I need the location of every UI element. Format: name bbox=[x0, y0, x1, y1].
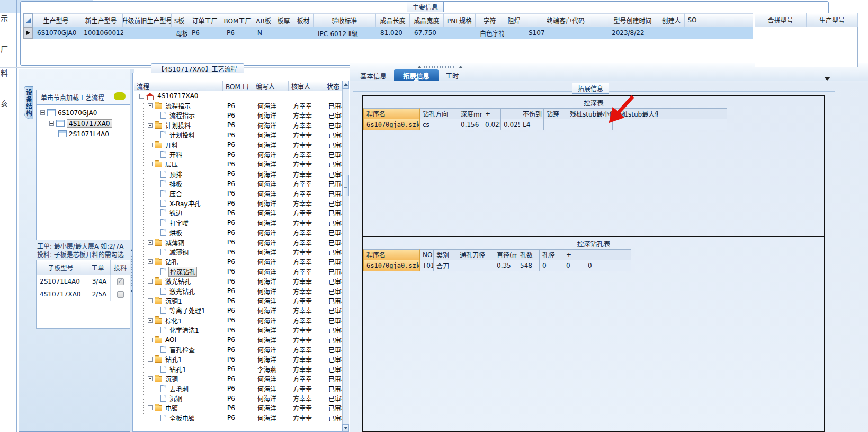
device-tree-node[interactable]: 4S10717XA0 bbox=[49, 118, 130, 128]
process-row[interactable]: 开料P6何海洋方幸幸已审核 bbox=[134, 149, 342, 159]
process-row[interactable]: 排板P6何海洋方幸幸已审核 bbox=[134, 179, 342, 189]
process-node-label[interactable]: 化学清洗1 bbox=[168, 325, 200, 334]
tab-process-flow[interactable]: 【4S10717XA0】工艺流程 bbox=[151, 63, 244, 73]
process-row[interactable]: 铣边P6何海洋方幸幸已审核 bbox=[134, 208, 342, 218]
process-node-label[interactable]: 沉铜1 bbox=[164, 296, 183, 305]
device-tree-node[interactable]: 2S1071L4A0 bbox=[58, 129, 130, 139]
process-node-label[interactable]: X-Ray冲孔 bbox=[168, 199, 201, 208]
process-node-label[interactable]: 层压 bbox=[164, 160, 179, 169]
process-node-label[interactable]: 流程指示 bbox=[168, 111, 196, 120]
process-row[interactable]: 电镀P6何海洋方幸幸已审核 bbox=[134, 403, 342, 413]
process-node-label[interactable]: 计划投料 bbox=[164, 121, 192, 130]
process-node-label[interactable]: 激光钻孔 bbox=[168, 287, 196, 296]
scrollbar-thumb[interactable] bbox=[342, 175, 349, 196]
tab-overflow-dropdown-icon[interactable] bbox=[824, 77, 830, 81]
process-row[interactable]: 烘板P6何海洋方幸幸已审核 bbox=[134, 228, 342, 237]
tree-expander-icon[interactable] bbox=[148, 338, 153, 342]
process-node-label[interactable]: 钻孔1 bbox=[168, 365, 187, 374]
process-row[interactable]: 预排P6何海洋方幸幸已审核 bbox=[134, 169, 342, 179]
process-scrollbar[interactable] bbox=[342, 81, 349, 432]
tree-expander-icon[interactable] bbox=[148, 318, 153, 323]
process-row[interactable]: 等离子处理1P6何海洋方幸幸已审核 bbox=[134, 306, 342, 315]
tab-device-structure[interactable]: 设备结构 bbox=[24, 86, 33, 119]
feed-checkbox[interactable] bbox=[117, 278, 124, 285]
process-node-label[interactable]: 打字喽 bbox=[168, 218, 190, 227]
process-row[interactable]: X-Ray冲孔P6何海洋方幸幸已审核 bbox=[134, 198, 342, 208]
tree-expander-icon[interactable] bbox=[40, 110, 45, 115]
process-node-label[interactable]: 开料 bbox=[164, 140, 179, 149]
process-row[interactable]: 开料P6何海洋方幸幸已审核 bbox=[134, 140, 342, 149]
process-node-label[interactable]: 激光钻孔 bbox=[164, 277, 192, 286]
tree-expander-icon[interactable] bbox=[148, 357, 153, 362]
process-row[interactable]: 沉铜P6何海洋方幸幸已审核 bbox=[134, 374, 342, 384]
process-row[interactable]: 全板电镀P6何海洋方幸幸已审核 bbox=[134, 413, 342, 422]
tree-expander-icon[interactable] bbox=[148, 279, 153, 284]
tree-expander-icon[interactable] bbox=[148, 162, 153, 166]
process-row[interactable]: 层压P6何海洋方幸幸已审核 bbox=[134, 160, 342, 169]
process-node-label[interactable]: 计划投料 bbox=[168, 130, 196, 139]
tree-expander-icon[interactable] bbox=[148, 143, 153, 147]
tree-expander-icon[interactable] bbox=[148, 405, 153, 410]
process-node-label[interactable]: 全板电镀 bbox=[168, 413, 196, 422]
process-node-label[interactable]: 控深钻孔 bbox=[168, 267, 197, 276]
process-node-label[interactable]: 流程指示 bbox=[164, 101, 192, 110]
process-row[interactable]: 计划投料P6何海洋方幸幸已审核 bbox=[134, 120, 342, 130]
process-row[interactable]: 压合P6何海洋方幸幸已审核 bbox=[134, 189, 342, 198]
process-node-label[interactable]: 沉铜 bbox=[168, 394, 183, 403]
process-node-label[interactable]: 钻孔 bbox=[164, 257, 179, 266]
process-node-label[interactable]: 电镀 bbox=[164, 403, 179, 412]
subboard-model-cell[interactable]: 2S1071L4A0 bbox=[37, 275, 85, 288]
process-node-label[interactable]: 压合 bbox=[168, 189, 183, 198]
tree-expander-icon[interactable] bbox=[148, 376, 153, 381]
process-node-label[interactable]: AOI bbox=[164, 336, 177, 343]
feed-checkbox[interactable] bbox=[117, 291, 124, 298]
tree-expander-icon[interactable] bbox=[139, 94, 144, 99]
process-row[interactable]: 4S10717XA0 bbox=[134, 91, 342, 101]
scroll-down-button[interactable] bbox=[342, 424, 349, 432]
process-row[interactable]: 流程指示P6何海洋方幸幸已审核 bbox=[134, 111, 342, 120]
tree-expander-icon[interactable] bbox=[148, 298, 153, 303]
subboard-model-cell[interactable]: 4S10717XA0 bbox=[37, 288, 85, 301]
device-tree-node[interactable]: 6S1070GJA0 bbox=[40, 108, 130, 118]
process-node-label[interactable]: 盲孔检查 bbox=[168, 345, 196, 354]
splitter-arrow-icon[interactable] bbox=[417, 66, 422, 68]
top-splitter-grip[interactable] bbox=[424, 66, 454, 68]
splitter-arrow-icon[interactable] bbox=[459, 66, 463, 68]
process-row[interactable]: 化学清洗1P6何海洋方幸幸已审核 bbox=[134, 325, 342, 335]
process-node-label[interactable]: 去毛刺 bbox=[168, 384, 190, 393]
process-row[interactable]: 减薄铜P6何海洋方幸幸已审核 bbox=[134, 247, 342, 257]
row-selector-cell[interactable] bbox=[23, 27, 33, 39]
select-all-cell[interactable] bbox=[23, 13, 33, 27]
process-row[interactable]: AOIP6何海洋方幸幸已审核 bbox=[134, 335, 342, 345]
process-row[interactable]: 减薄铜P6何海洋方幸幸已审核 bbox=[134, 237, 342, 247]
process-node-label[interactable]: 排板 bbox=[168, 179, 183, 188]
process-row[interactable]: 盲孔检查P6何海洋方幸幸已审核 bbox=[134, 345, 342, 354]
process-node-label[interactable]: 烘板 bbox=[168, 228, 183, 237]
process-row[interactable]: 打字喽P6何海洋方幸幸已审核 bbox=[134, 218, 342, 227]
process-node-label[interactable]: 等离子处理1 bbox=[168, 306, 207, 315]
process-node-label[interactable]: 钻孔1 bbox=[164, 355, 183, 364]
tree-expander-icon[interactable] bbox=[148, 123, 153, 128]
process-node-label[interactable]: 沉铜 bbox=[164, 374, 179, 383]
process-node-label[interactable]: 棕化1 bbox=[164, 316, 183, 325]
process-node-label[interactable]: 减薄铜 bbox=[164, 238, 185, 247]
process-row[interactable]: 沉铜P6何海洋方幸幸已审核 bbox=[134, 393, 342, 403]
tree-expander-icon[interactable] bbox=[148, 240, 153, 245]
process-node-label[interactable]: 4S10717XA0 bbox=[156, 92, 200, 100]
tab-work-hours[interactable]: 工时 bbox=[440, 69, 465, 81]
process-row[interactable]: 激光钻孔P6何海洋方幸幸已审核 bbox=[134, 277, 342, 286]
tab-basic-info[interactable]: 基本信息 bbox=[354, 69, 393, 81]
process-row-selected[interactable]: 控深钻孔P6何海洋方幸幸已审核 bbox=[134, 267, 342, 276]
process-node-label[interactable]: 预排 bbox=[168, 170, 183, 179]
process-row[interactable]: 去毛刺P6何海洋方幸幸已审核 bbox=[134, 384, 342, 393]
process-row[interactable]: 激光钻孔P6何海洋方幸幸已审核 bbox=[134, 286, 342, 296]
process-row[interactable]: 计划投料P6何海洋方幸幸已审核 bbox=[134, 130, 342, 140]
process-node-label[interactable]: 开料 bbox=[168, 150, 183, 159]
process-row[interactable]: 钻孔1P6何海洋方幸幸已审核 bbox=[134, 355, 342, 364]
process-row[interactable]: 钻孔P6何海洋方幸幸已审核 bbox=[134, 257, 342, 267]
tree-expander-icon[interactable] bbox=[49, 121, 54, 126]
process-row[interactable]: 流程指示P6何海洋方幸幸已审核 bbox=[134, 101, 342, 110]
tree-expander-icon[interactable] bbox=[148, 259, 153, 264]
scroll-up-button[interactable] bbox=[342, 81, 349, 89]
process-row[interactable]: 沉铜1P6何海洋方幸幸已审核 bbox=[134, 296, 342, 305]
